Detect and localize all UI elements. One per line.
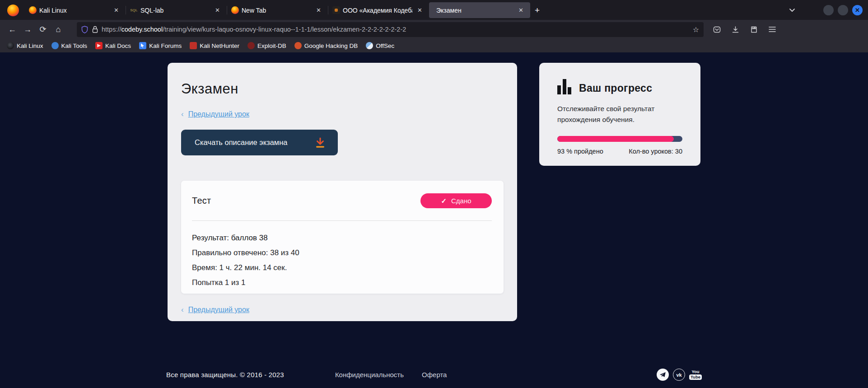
tab-close-icon[interactable]: ✕: [112, 6, 121, 14]
test-title: Тест: [192, 196, 211, 206]
progress-bar-fill: [557, 136, 674, 142]
shield-icon[interactable]: [81, 26, 88, 33]
tab-new-tab[interactable]: New Tab ✕: [227, 2, 328, 18]
bookmark-star-icon[interactable]: ☆: [693, 25, 699, 34]
prev-lesson-link-top[interactable]: ‹ Предыдущий урок: [181, 110, 504, 119]
tab-title: Экзамен: [436, 7, 513, 14]
vk-icon[interactable]: vk: [673, 369, 685, 381]
download-exam-description-button[interactable]: Скачать описание экзамна: [181, 130, 338, 155]
tab-title: SQL-lab: [140, 7, 210, 14]
bookmark-label: Google Hacking DB: [304, 42, 358, 49]
browser-tab-bar: Kali Linux ✕ SQL SQL-lab ✕ New Tab ✕ ООО…: [0, 0, 868, 20]
tab-separator: [227, 6, 227, 14]
tab-title: New Tab: [242, 7, 311, 14]
tab-separator: [328, 6, 328, 14]
status-badge-passed[interactable]: ✓ Сдано: [420, 193, 492, 208]
tab-kali-linux[interactable]: Kali Linux ✕: [24, 2, 126, 18]
bookmark-label: OffSec: [376, 42, 394, 49]
back-button[interactable]: ←: [5, 23, 20, 36]
bookmark-kali-tools[interactable]: Kali Tools: [48, 41, 91, 51]
result-score-line: Результат: баллов 38: [192, 234, 492, 243]
bookmarks-bar: Kali Linux Kali Tools Kali Docs Kali For…: [0, 39, 868, 52]
download-icon: [314, 136, 326, 149]
tab-ekzamen-active[interactable]: Экзамен ✕: [429, 2, 530, 18]
bookmark-label: Exploit-DB: [257, 42, 286, 49]
offer-link[interactable]: Оферта: [422, 371, 447, 379]
maximize-button[interactable]: [838, 5, 848, 15]
toolbar-icons: [709, 23, 780, 36]
pocket-save-icon[interactable]: [709, 23, 724, 36]
bookmark-kali-forums[interactable]: Kali Forums: [136, 41, 185, 51]
bookmark-label: Kali Docs: [105, 42, 131, 49]
privacy-link[interactable]: Конфиденциальность: [335, 371, 404, 379]
google-hacking-db-icon: [294, 42, 302, 49]
minimize-button[interactable]: [823, 5, 834, 15]
tab-close-icon[interactable]: ✕: [314, 6, 323, 14]
codeby-icon: [332, 6, 340, 14]
bookmark-kali-docs[interactable]: Kali Docs: [92, 41, 134, 51]
bookmark-label: Kali Linux: [17, 42, 43, 49]
reload-button[interactable]: ⟳: [35, 23, 51, 36]
downloads-icon[interactable]: [728, 23, 743, 36]
url-bar[interactable]: https://codeby.school/training/view/kurs…: [77, 22, 704, 37]
bookmark-label: Kali Tools: [61, 42, 88, 49]
telegram-icon[interactable]: [657, 369, 669, 381]
tab-academy-codeby[interactable]: ООО «Академия Кодеба ✕: [328, 2, 429, 18]
time-spent-line: Время: 1 ч. 22 мин. 14 сек.: [192, 263, 492, 272]
firefox-icon: [29, 6, 37, 14]
status-label: Сдано: [451, 197, 471, 205]
exam-card: Экзамен ‹ Предыдущий урок Скачать описан…: [168, 63, 517, 321]
close-window-button[interactable]: ✕: [852, 5, 863, 15]
tab-close-icon[interactable]: ✕: [516, 6, 526, 14]
kali-linux-icon: [7, 42, 14, 49]
tab-sql-lab[interactable]: SQL SQL-lab ✕: [126, 2, 227, 18]
progress-card: Ваш прогресс Отслеживайте свой результат…: [539, 63, 700, 166]
prev-lesson-link-bottom[interactable]: ‹ Предыдущий урок: [181, 305, 504, 314]
extensions-puzzle-icon[interactable]: [746, 23, 761, 36]
sql-icon: SQL: [130, 6, 138, 14]
menu-hamburger-icon[interactable]: [765, 23, 780, 36]
forward-button[interactable]: →: [20, 23, 35, 36]
divider: [192, 220, 492, 221]
attempt-line: Попытка 1 из 1: [192, 278, 492, 287]
kali-tools-icon: [51, 42, 59, 49]
bookmark-label: Kali NetHunter: [200, 42, 239, 49]
progress-title: Ваш прогресс: [579, 82, 652, 94]
bookmark-label: Kali Forums: [149, 42, 182, 49]
tab-title: Kali Linux: [39, 7, 109, 14]
youtube-icon[interactable]: You Tube: [689, 369, 702, 380]
copyright-text: Все права защищены. © 2016 - 2023: [166, 371, 284, 379]
progress-description: Отслеживайте свой результат прохождения …: [557, 103, 666, 125]
list-all-tabs-chevron-icon[interactable]: [789, 6, 796, 14]
download-button-label: Скачать описание экзамна: [195, 138, 288, 147]
firefox-app-icon[interactable]: [7, 5, 19, 16]
tab-separator: [126, 6, 126, 14]
tab-close-icon[interactable]: ✕: [415, 6, 425, 14]
page-content: Экзамен ‹ Предыдущий урок Скачать описан…: [0, 52, 868, 388]
browser-nav-bar: ← → ⟳ ⌂ https://codeby.school/training/v…: [0, 20, 868, 39]
correct-answers-line: Правильно отвечено: 38 из 40: [192, 248, 492, 257]
firefox-icon: [231, 6, 239, 14]
prev-lesson-label[interactable]: Предыдущий урок: [188, 306, 249, 314]
bookmark-kali-linux[interactable]: Kali Linux: [4, 41, 47, 51]
page-footer: Все права защищены. © 2016 - 2023 Конфид…: [166, 369, 702, 381]
bookmark-google-hacking-db[interactable]: Google Hacking DB: [291, 41, 361, 51]
window-controls: ✕: [789, 0, 863, 20]
url-text: https://codeby.school/training/view/kurs…: [102, 26, 693, 33]
bookmark-kali-nethunter[interactable]: Kali NetHunter: [187, 41, 243, 51]
bookmark-offsec[interactable]: OffSec: [363, 41, 397, 51]
bookmark-exploit-db[interactable]: Exploit-DB: [244, 41, 289, 51]
home-button[interactable]: ⌂: [51, 23, 66, 36]
chevron-left-icon: ‹: [181, 110, 184, 119]
new-tab-button[interactable]: +: [530, 5, 544, 16]
lock-icon[interactable]: [92, 26, 98, 33]
test-result-card: Тест ✓ Сдано Результат: баллов 38 Правил…: [181, 181, 504, 294]
tab-close-icon[interactable]: ✕: [213, 6, 222, 14]
bar-chart-icon: [557, 79, 571, 94]
offsec-icon: [366, 42, 373, 49]
kali-nethunter-icon: [190, 42, 197, 49]
page-title: Экзамен: [181, 81, 504, 97]
lessons-count-label: Кол-во уроков: 30: [629, 148, 682, 155]
prev-lesson-label[interactable]: Предыдущий урок: [188, 110, 249, 118]
check-icon: ✓: [441, 197, 447, 205]
